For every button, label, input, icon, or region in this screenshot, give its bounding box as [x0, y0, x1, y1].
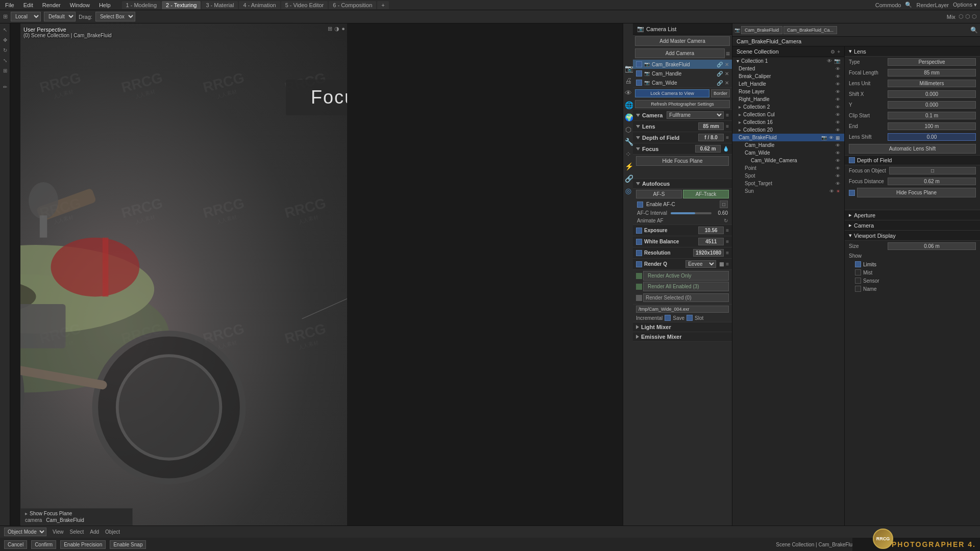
lens-shift-value[interactable]: 0.00 [888, 133, 976, 141]
res-menu-icon[interactable]: ≡ [726, 250, 729, 256]
coll-item-8[interactable]: ▸ Collection 16 👁 [732, 118, 844, 126]
coll-item-7[interactable]: ▸ Collection Cul 👁 [732, 111, 844, 118]
menu-icon[interactable]: ⊞ [328, 26, 332, 32]
sensor-checkbox[interactable] [855, 278, 861, 284]
cam-wide-x[interactable]: ✕ [725, 80, 729, 86]
coll-eye-14[interactable]: 👁 [836, 166, 840, 171]
cam-handle-x[interactable]: ✕ [725, 71, 729, 77]
dof-section-header[interactable]: Depth of Field f / 8.0 ≡ [633, 132, 732, 143]
cam-handle-link[interactable]: 🔗 [717, 71, 723, 77]
coll-eye-15[interactable]: 👁 [836, 173, 840, 179]
hide-focus-right-checkbox[interactable] [849, 190, 855, 196]
renderq-section-header[interactable]: Render Q Eevee Cycles ▦ ≡ [633, 259, 732, 270]
focus-eyedropper-icon[interactable]: 💧 [723, 146, 729, 152]
save-checkbox[interactable] [665, 315, 671, 321]
view-props-icon[interactable]: 👁 [625, 89, 632, 97]
orientation-select[interactable]: Local Global [11, 12, 41, 21]
add-master-camera-btn[interactable]: Add Master Camera [635, 36, 730, 46]
border-btn[interactable]: Border [711, 89, 730, 97]
coll-eye-0[interactable]: 👁 [827, 58, 832, 64]
coll-item-6[interactable]: ▸ Collection 2 👁 [732, 103, 844, 111]
physics-icon[interactable]: ⚡ [625, 162, 632, 170]
menu-help[interactable]: Help [97, 2, 113, 8]
cancel-btn[interactable]: Cancel [4, 540, 27, 549]
render-active-btn[interactable]: Render Active Only [643, 271, 729, 281]
coll-item-16[interactable]: Spot_Target 👁 [732, 180, 844, 187]
lens-menu-icon[interactable]: ≡ [726, 123, 729, 129]
animate-af-icon[interactable]: ↻ [724, 218, 728, 223]
annotate-tool[interactable]: ✏ [1, 83, 9, 91]
coll-render-17[interactable]: ☀ [836, 189, 840, 194]
viewport[interactable]: RRCG人人素材 RRCG人人素材 RRCG人人素材 RRCG人人素材 RRCG… [20, 23, 347, 525]
cam-handle-checkbox[interactable] [636, 70, 642, 77]
scene-filter-icon[interactable]: ⚙ [830, 49, 835, 55]
res-value[interactable]: 980x551 [693, 249, 724, 257]
cam-brakefluid-link[interactable]: 🔗 [717, 62, 723, 67]
cam-wide-checkbox[interactable] [636, 80, 642, 86]
exposure-section-header[interactable]: Exposure 10.56 ≡ [633, 225, 732, 236]
drag-select[interactable]: Select Box [95, 12, 135, 21]
coll-item-14[interactable]: Point 👁 [732, 164, 844, 172]
coll-render-10[interactable]: 📷 [821, 135, 827, 140]
mode-select[interactable]: Object Mode [4, 528, 46, 536]
output-path-input[interactable]: /tmp/Cam_Wide_004.exr [636, 306, 729, 313]
workspace-material[interactable]: 3 - Material [202, 1, 238, 9]
renderq-icon[interactable]: ▦ [718, 261, 724, 267]
coll-eye-8[interactable]: 👁 [836, 120, 840, 125]
select-menu[interactable]: Select [70, 529, 84, 535]
focus-obj-value[interactable]: □ [889, 167, 976, 174]
coll-item-12[interactable]: Cam_Wide 👁 [732, 149, 844, 157]
coll-item-15[interactable]: Spot 👁 [732, 172, 844, 180]
transform-tool[interactable]: ⊞ [1, 66, 9, 74]
workspace-modeling[interactable]: 1 - Modeling [122, 1, 161, 9]
workspace-texturing[interactable]: 2 - Texturing [162, 1, 201, 9]
coll-item-13[interactable]: Cam_Wide_Camera 👁 [732, 157, 844, 164]
clip-start-value[interactable]: 0.1 m [888, 112, 976, 119]
move-tool[interactable]: ✥ [1, 36, 9, 44]
menu-window[interactable]: Window [68, 2, 92, 8]
slot-checkbox[interactable] [687, 315, 693, 321]
workspace-add[interactable]: + [377, 1, 388, 9]
wb-section-header[interactable]: White Balance 4511 ≡ [633, 236, 732, 247]
coll-item-10[interactable]: Cam_BrakeFluid 📷 👁 ▦ [732, 134, 844, 141]
lens-value[interactable]: 85 mm [698, 122, 724, 130]
shift-y-value[interactable]: 0.000 [888, 101, 976, 109]
coll-eye-11[interactable]: 👁 [836, 143, 840, 148]
coll-eye-12[interactable]: 👁 [836, 151, 840, 156]
focus-dist-value[interactable]: 0.62 m [888, 178, 976, 185]
wb-value[interactable]: 4511 [698, 238, 724, 245]
menu-file[interactable]: File [3, 2, 16, 8]
autofocus-section-header[interactable]: Autofocus [633, 179, 732, 189]
enable-afc-checkbox[interactable] [637, 202, 643, 208]
obj-props-icon[interactable]: ⬡ [625, 126, 632, 134]
coll-item-5[interactable]: Right_Handle 👁 [732, 95, 844, 103]
coll-eye-5[interactable]: 👁 [836, 97, 840, 102]
cursor-tool[interactable]: ↖ [1, 26, 9, 34]
exposure-menu-icon[interactable]: ≡ [726, 228, 729, 233]
output-props-icon[interactable]: 🖨 [625, 77, 632, 85]
overlay-icons[interactable]: ⬡ ⬡ ⬡ [959, 13, 977, 20]
render-all-btn[interactable]: Render All Enabled (3) [643, 282, 729, 291]
snap-btn[interactable]: Enable Snap [110, 540, 146, 549]
coll-item-0[interactable]: ▾ Collection 1 👁 📷 [732, 57, 844, 65]
res-section-header[interactable]: Resolution 980x551 ≡ [633, 247, 732, 259]
afc-slider[interactable]: 0.60 [671, 210, 728, 216]
dof-value[interactable]: f / 8.0 [698, 134, 724, 141]
coll-eye-6[interactable]: 👁 [836, 105, 840, 110]
vp-size-value[interactable]: 0.06 m [888, 242, 976, 250]
world-props-icon[interactable]: 🌍 [625, 113, 632, 121]
lens-section-header[interactable]: Lens 85 mm ≡ [633, 121, 732, 132]
renderq-select[interactable]: Eevee Cycles [685, 260, 716, 268]
res-checkbox[interactable] [636, 250, 642, 256]
coll-render2-10[interactable]: ▦ [836, 135, 840, 140]
workspace-animation[interactable]: 4 - Animation [239, 1, 280, 9]
coll-eye-17[interactable]: 👁 [829, 189, 834, 194]
mist-checkbox[interactable] [855, 269, 861, 276]
coll-eye-13[interactable]: 👁 [836, 158, 840, 163]
coll-eye-3[interactable]: 👁 [836, 82, 840, 87]
emissive-mixer-header[interactable]: Emissive Mixer [633, 332, 732, 342]
light-mixer-header[interactable]: Light Mixer [633, 322, 732, 332]
focus-section-header[interactable]: Focus 0.62 m 💧 [633, 143, 732, 155]
data-props-icon[interactable]: ◎ [625, 187, 632, 195]
camera-menu-icon[interactable]: ≡ [726, 112, 729, 118]
